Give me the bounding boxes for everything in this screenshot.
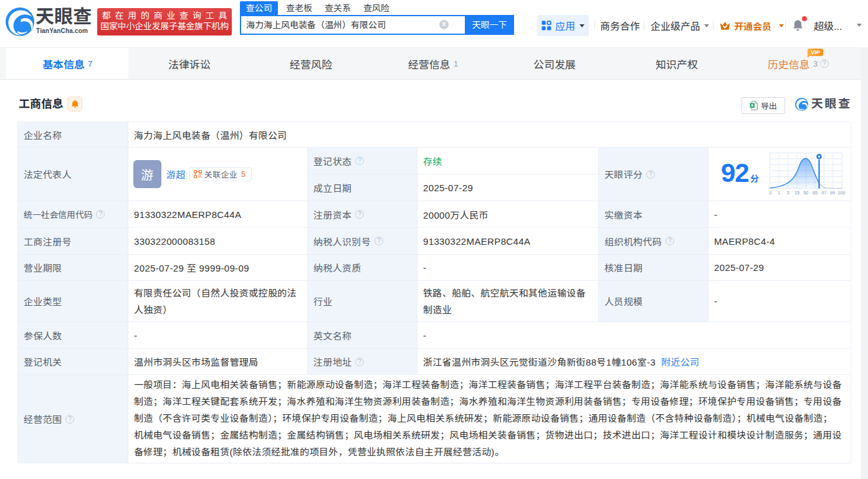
svg-text:企: 企: [198, 173, 202, 178]
svg-text:0: 0: [769, 190, 771, 196]
svg-text:1: 1: [778, 190, 780, 196]
svg-text:15: 15: [794, 190, 799, 196]
svg-text:50: 50: [803, 190, 808, 196]
svg-text:97: 97: [821, 190, 826, 196]
svg-text:85: 85: [813, 190, 818, 196]
svg-text:100: 100: [837, 190, 845, 196]
svg-text:3: 3: [786, 190, 789, 196]
svg-text:99: 99: [830, 190, 835, 196]
